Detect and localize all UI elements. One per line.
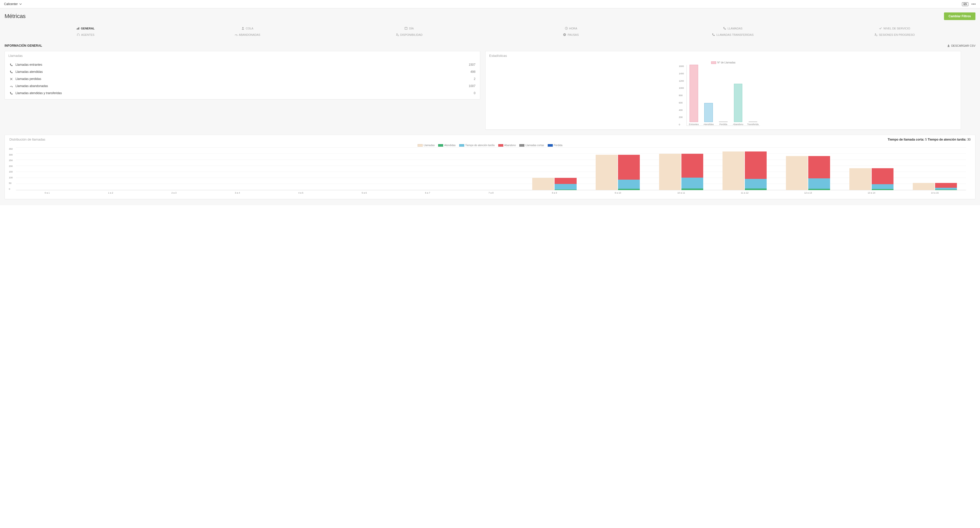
legend-label: N° de Llamadas [718,61,735,64]
more-menu-icon[interactable]: ••• [971,2,976,6]
download-csv-button[interactable]: Descargar CSV [947,44,975,47]
tab-label: Cola [246,27,253,30]
tab-nivel-de-servicio[interactable]: Nivel de Servicio [814,25,975,32]
dist-slot: 9 a 10 [587,148,649,190]
tab-día[interactable]: Día [328,25,490,32]
bar-col: Abandono [732,84,744,126]
dist-bar-llamadas [596,155,617,190]
chevron-down-icon [19,3,22,5]
phone-fwd-icon [10,91,13,95]
distribucion-card: Distribución de llamadas Tiempo de llama… [5,135,975,199]
bar-col: Atendidas [702,103,714,126]
dist-slot: 1 a 2 [80,148,142,190]
dist-bar-stack [618,155,640,190]
seg-atendidas [808,189,830,190]
seg-atendidas [935,189,957,190]
dist-xlabel: 1 a 2 [108,192,113,194]
language-switcher[interactable]: ES [962,2,968,6]
person-icon [241,27,245,30]
cards-row: Llamadas Llamadas entrantes1507Llamadas … [5,51,975,130]
phone-icon [723,27,726,30]
legend-swatch [418,144,423,147]
tab-llamadas-transferidas[interactable]: Llamadas Transferidas [652,32,814,38]
tab-cola[interactable]: Cola [166,25,328,32]
phone-in-icon [10,63,13,67]
tab-abandonadas[interactable]: Abandonadas [166,32,328,38]
dist-bar-llamadas [850,168,871,190]
svg-rect-2 [79,27,79,29]
main-content: Métricas Cambiar Filtros GeneralColaDíaH… [0,8,980,205]
tab-disponibilidad[interactable]: Disponibilidad [328,32,490,38]
seg-atendidas [681,189,703,190]
topbar-right: ES ••• [962,2,976,6]
dist-xlabel: 12 a 13 [804,192,812,194]
bar-col: Transferida [747,121,759,126]
legend-swatch [548,144,553,147]
tab-llamadas[interactable]: Llamadas [652,25,814,32]
llamadas-card: Llamadas Llamadas entrantes1507Llamadas … [5,51,480,99]
short-call-label: Tiempo de llamada corta: [888,138,924,142]
svg-rect-4 [405,27,407,29]
section-header: Información General Descargar CSV [5,44,975,48]
stat-row: Llamadas perdidas2 [5,75,480,83]
svg-point-13 [563,33,566,36]
bar-label: Abandono [733,123,743,126]
dist-bar-llamadas [722,151,745,190]
calendar-icon [404,27,408,30]
bar [734,84,743,122]
section-title: Información General [5,44,42,48]
legend-swatch [519,144,524,147]
seg-llamadas [722,151,745,190]
bar [689,65,698,122]
stat-row: Llamadas abandonadas1007 [5,83,480,89]
legend-text: Atendidas [444,144,455,147]
dist-xlabel: 4 a 5 [298,192,304,194]
tab-hora[interactable]: Hora [490,25,652,32]
seg-tardia [872,184,894,189]
svg-point-11 [396,33,397,35]
tab-general[interactable]: General [5,25,166,32]
bar [749,121,757,122]
stat-value: 2 [474,77,476,81]
legend-text: Perdida [554,144,562,147]
bar [704,103,713,122]
tab-label: Llamadas Transferidas [716,33,754,36]
dist-xlabel: 2 a 3 [172,192,177,194]
tab-sesiones-en-progreso[interactable]: Sesiones en Progreso [814,32,975,38]
tab-label: Pausas [568,33,579,36]
tab-label: Abandonadas [239,33,260,36]
svg-point-16 [875,33,876,35]
distribucion-title: Distribución de llamadas [10,138,45,142]
tab-agentes[interactable]: Agentes [5,32,166,38]
seg-abandono [808,156,830,179]
bar-label: Entrantes [689,123,699,126]
tab-pausas[interactable]: Pausas [490,32,652,38]
dist-slot: 11 a 12 [713,148,776,190]
dist-bar-llamadas [659,154,681,190]
bar-col: Entrantes [688,65,700,126]
seg-tardia [808,178,830,189]
dist-slot: 10 a 11 [650,148,712,190]
dist-slot: 5 a 6 [333,148,396,190]
dist-xlabel: 7 a 8 [488,192,494,194]
legend-swatch [498,144,503,147]
topbar: Callcenter ES ••• [0,0,980,8]
seg-atendidas [872,189,894,190]
app-switcher[interactable]: Callcenter [4,2,22,6]
legend-swatch [438,144,443,147]
seg-abandono [681,154,703,178]
seg-llamadas [532,178,554,190]
seg-tardia [935,188,957,189]
stat-label-text: Llamadas abandonadas [16,84,48,88]
change-filters-button[interactable]: Cambiar Filtros [944,13,975,20]
stat-value: 498 [470,70,476,73]
seg-tardia [555,184,576,189]
dist-bar-stack [935,183,957,190]
stat-row: Llamadas entrantes1507 [5,61,480,68]
download-icon [947,44,950,47]
tab-label: Llamadas [727,27,743,30]
estadisticas-chart: N° de Llamadas 1600140012001000800600400… [485,61,961,129]
dist-bar-stack [745,151,767,190]
dist-xlabel: 13 a 14 [868,192,875,194]
dist-slot: 7 a 8 [460,148,522,190]
